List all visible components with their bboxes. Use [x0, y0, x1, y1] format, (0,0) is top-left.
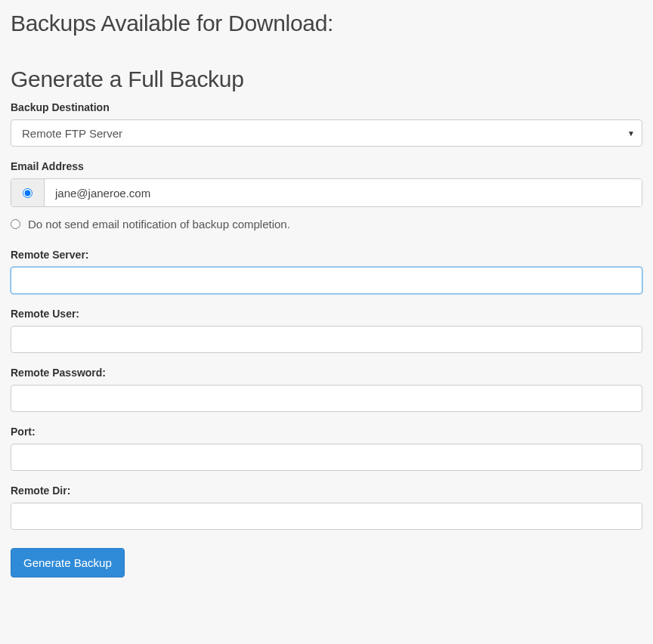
backup-destination-select[interactable]: Remote FTP Server [11, 119, 642, 147]
remote-user-input[interactable] [11, 326, 642, 353]
remote-server-input[interactable] [11, 267, 642, 294]
generate-backup-button[interactable]: Generate Backup [11, 548, 125, 577]
backups-available-heading: Backups Available for Download: [11, 11, 642, 36]
email-send-radio-cell [11, 179, 45, 206]
remote-server-label: Remote Server: [11, 249, 642, 261]
email-send-radio[interactable] [23, 188, 32, 198]
remote-password-input[interactable] [11, 385, 642, 412]
email-address-field: Email Address Do not send email notifica… [11, 160, 642, 231]
port-input[interactable] [11, 444, 642, 471]
remote-dir-field: Remote Dir: [11, 485, 642, 530]
port-field: Port: [11, 426, 642, 471]
email-address-input[interactable] [45, 179, 642, 206]
email-nosend-label: Do not send email notification of backup… [28, 218, 290, 231]
generate-backup-heading: Generate a Full Backup [11, 67, 642, 92]
remote-user-label: Remote User: [11, 308, 642, 320]
remote-dir-label: Remote Dir: [11, 485, 642, 497]
remote-password-field: Remote Password: [11, 367, 642, 412]
email-nosend-radio[interactable] [11, 219, 20, 229]
remote-dir-input[interactable] [11, 503, 642, 530]
backup-destination-field: Backup Destination Remote FTP Server ▼ [11, 101, 642, 147]
backup-destination-label: Backup Destination [11, 101, 642, 113]
email-address-label: Email Address [11, 160, 642, 172]
port-label: Port: [11, 426, 642, 438]
remote-user-field: Remote User: [11, 308, 642, 353]
remote-password-label: Remote Password: [11, 367, 642, 379]
remote-server-field: Remote Server: [11, 249, 642, 294]
